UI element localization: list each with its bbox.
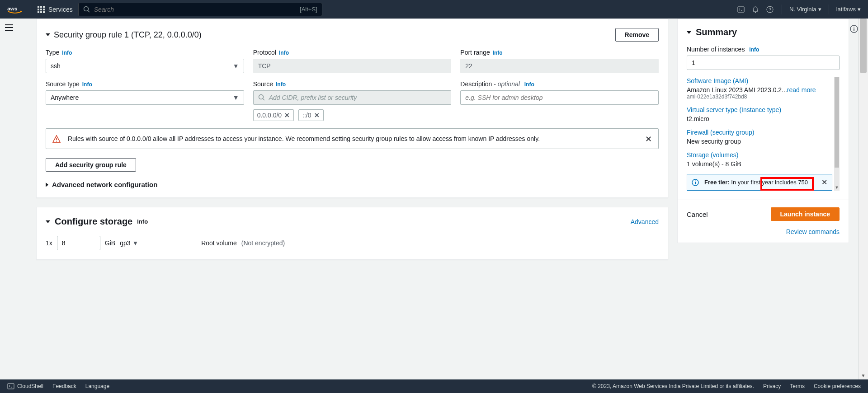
notifications-button[interactable]	[751, 5, 760, 14]
terminal-icon	[737, 6, 745, 13]
region-label: N. Virginia	[789, 6, 816, 13]
bell-icon	[752, 6, 759, 13]
global-search[interactable]: [Alt+S]	[78, 3, 322, 16]
help-button[interactable]: ?	[765, 5, 774, 14]
grid-icon	[38, 6, 45, 13]
help-icon: ?	[766, 6, 774, 13]
services-label: Services	[48, 6, 73, 13]
chevron-down-icon: ▾	[858, 6, 861, 13]
search-icon	[83, 6, 90, 13]
svg-rect-3	[738, 7, 744, 12]
search-kbd-hint: [Alt+S]	[300, 6, 317, 13]
svg-text:?: ?	[769, 7, 771, 12]
account-menu[interactable]: latifaws ▾	[836, 6, 861, 13]
svg-line-2	[88, 10, 90, 12]
aws-logo[interactable]: aws	[7, 5, 23, 14]
chevron-down-icon: ▾	[818, 6, 821, 13]
account-label: latifaws	[836, 6, 856, 13]
svg-point-1	[84, 6, 88, 11]
cloudshell-icon-button[interactable]	[736, 5, 745, 14]
services-menu-button[interactable]: Services	[38, 6, 73, 13]
search-input[interactable]	[94, 6, 296, 13]
svg-text:aws: aws	[7, 5, 17, 11]
region-selector[interactable]: N. Virginia ▾	[789, 6, 821, 13]
top-navbar: aws Services [Alt+S] ? N. Virginia ▾ lat…	[0, 0, 868, 19]
